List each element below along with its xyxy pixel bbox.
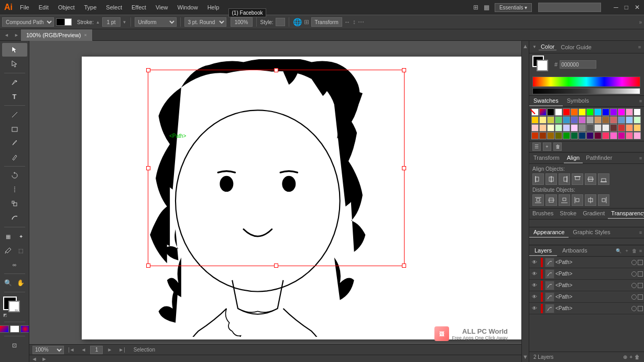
layer-row-1[interactable]: 👁 <Path> bbox=[529, 257, 644, 268]
layer-2-target[interactable] bbox=[631, 271, 637, 277]
menu-edit[interactable]: Edit bbox=[36, 3, 52, 12]
layers-new-btn[interactable]: + bbox=[629, 354, 632, 360]
swatch-salmon[interactable] bbox=[626, 124, 633, 131]
artboards-tab[interactable]: Artboards bbox=[557, 246, 593, 256]
dist-bottom-btn[interactable] bbox=[559, 194, 570, 206]
horizontal-scrollbar[interactable]: ◄ ► bbox=[29, 355, 529, 362]
swatch-cornflower[interactable] bbox=[618, 116, 625, 124]
swatch-mango[interactable] bbox=[634, 124, 641, 131]
layer-4-lock[interactable] bbox=[638, 294, 643, 300]
workspace-icon[interactable]: ⊞ bbox=[473, 4, 478, 11]
swatch-red[interactable] bbox=[563, 108, 570, 116]
artboard-tool[interactable]: ⊡ bbox=[2, 338, 27, 352]
line-tool[interactable] bbox=[2, 108, 27, 122]
swatch-olive[interactable] bbox=[547, 116, 554, 124]
swatch-flamingo[interactable] bbox=[626, 132, 633, 139]
layer-5-target[interactable] bbox=[631, 306, 637, 311]
page-number[interactable] bbox=[90, 346, 103, 354]
swatch-darkgray[interactable] bbox=[586, 124, 594, 131]
stroke-up[interactable]: ▲ bbox=[96, 20, 100, 25]
swatch-yellow[interactable] bbox=[578, 108, 586, 116]
align-top-btn[interactable] bbox=[572, 173, 583, 185]
swatch-periwinkle[interactable] bbox=[571, 116, 578, 124]
layer-1-lock[interactable] bbox=[638, 260, 643, 265]
next-frame[interactable]: ► bbox=[105, 347, 114, 353]
transparency-tab[interactable]: Transparency bbox=[608, 209, 644, 219]
align-tab[interactable]: Align bbox=[564, 153, 583, 163]
align-middle-v-btn[interactable] bbox=[585, 173, 596, 185]
swatch-hotpink[interactable] bbox=[602, 132, 609, 139]
hand-tool[interactable]: ✋ bbox=[15, 276, 27, 290]
canvas-area[interactable]: <Path> 🖼 ALL PC World Free Apps One Clic… bbox=[29, 41, 529, 362]
layers-panel-menu[interactable]: ≡ bbox=[639, 248, 642, 254]
layers-delete-btn[interactable]: 🗑 bbox=[635, 354, 640, 360]
swatch-steelblue[interactable] bbox=[563, 116, 570, 124]
swatch-thistle[interactable] bbox=[571, 124, 578, 131]
swatch-gradient[interactable] bbox=[539, 108, 547, 116]
maximize-button[interactable]: □ bbox=[625, 4, 628, 11]
swatches-panel-menu[interactable]: ≡ bbox=[639, 98, 642, 104]
globe-icon[interactable]: 🌐 bbox=[293, 18, 302, 26]
tab-expand-arrow[interactable]: ► bbox=[12, 32, 21, 38]
swatch-navyblue[interactable] bbox=[578, 132, 586, 139]
appearance-tab[interactable]: Appearance bbox=[529, 227, 569, 238]
swatch-skyblue[interactable] bbox=[626, 116, 633, 124]
search-input[interactable] bbox=[538, 3, 601, 12]
swatches-tab[interactable]: Swatches bbox=[529, 96, 563, 106]
hex-input[interactable] bbox=[560, 60, 596, 69]
rect-tool[interactable] bbox=[2, 122, 27, 136]
rotate-tool[interactable] bbox=[2, 169, 27, 182]
reflect-tool[interactable] bbox=[2, 183, 27, 196]
color-spectrum-bar[interactable] bbox=[532, 76, 640, 87]
menu-select[interactable]: Select bbox=[103, 3, 125, 12]
swatch-apricot[interactable] bbox=[539, 124, 547, 131]
pencil-tool[interactable] bbox=[2, 150, 27, 164]
swatch-burnorange[interactable] bbox=[531, 132, 539, 139]
prev-frame[interactable]: ◄ bbox=[79, 347, 89, 353]
more-options-icon[interactable]: ⋯ bbox=[358, 18, 364, 26]
flip-v-icon[interactable]: ↕ bbox=[353, 18, 356, 26]
graphic-styles-tab[interactable]: Graphic Styles bbox=[569, 227, 615, 238]
scroll-up[interactable]: ▲ bbox=[522, 41, 528, 51]
layer-2-eye[interactable]: 👁 bbox=[530, 271, 539, 277]
swatch-forestgreen[interactable] bbox=[563, 132, 570, 139]
menu-file[interactable]: File bbox=[17, 3, 32, 12]
tab-collapse-arrow[interactable]: ◄ bbox=[2, 32, 11, 38]
transform-button[interactable]: Transform bbox=[311, 17, 342, 27]
layer-3-lock[interactable] bbox=[638, 283, 643, 288]
swatch-indigo[interactable] bbox=[586, 132, 594, 139]
bar-chart-tool[interactable]: ▦ bbox=[2, 229, 15, 243]
swatch-black[interactable] bbox=[547, 108, 554, 116]
swatch-green[interactable] bbox=[586, 108, 594, 116]
stroke-tab[interactable]: Stroke bbox=[556, 209, 580, 219]
find-layer-icon[interactable]: 🔍 bbox=[615, 247, 623, 255]
layer-1-eye[interactable]: 👁 bbox=[530, 259, 539, 265]
dist-right-btn[interactable] bbox=[598, 194, 609, 206]
main-tab[interactable]: 100% (RGB/Preview) × bbox=[21, 29, 93, 41]
color-value-bar[interactable] bbox=[532, 88, 640, 94]
zoom-select[interactable]: 100% bbox=[32, 346, 64, 354]
stroke-value-input[interactable] bbox=[102, 17, 121, 27]
menu-object[interactable]: Object bbox=[55, 3, 78, 12]
swatch-none[interactable] bbox=[531, 108, 539, 116]
layer-3-eye[interactable]: 👁 bbox=[530, 282, 539, 288]
panel-expand-icon[interactable]: » bbox=[639, 19, 642, 25]
type-tool[interactable]: T bbox=[2, 90, 27, 103]
color-panel-menu[interactable]: ≡ bbox=[638, 45, 641, 50]
default-colors[interactable]: ◩ bbox=[3, 313, 7, 317]
swatch-magenta[interactable] bbox=[618, 108, 625, 116]
swatch-gray[interactable] bbox=[586, 116, 594, 124]
swatch-pink[interactable] bbox=[626, 108, 633, 116]
menu-window[interactable]: Window bbox=[174, 3, 201, 12]
dist-top-btn[interactable] bbox=[532, 194, 544, 206]
layer-2-lock[interactable] bbox=[638, 271, 643, 277]
gradient-tab[interactable]: Gradient bbox=[580, 209, 608, 219]
minimize-button[interactable]: ─ bbox=[614, 4, 618, 11]
pen-tool[interactable] bbox=[2, 75, 27, 89]
scatter-tool[interactable]: ✦ bbox=[15, 229, 27, 243]
swatch-peach[interactable] bbox=[531, 124, 539, 131]
swatch-darkbrown[interactable] bbox=[547, 132, 554, 139]
layer-1-target[interactable] bbox=[631, 260, 637, 265]
swatch-silver[interactable] bbox=[594, 124, 602, 131]
swatch-brown[interactable] bbox=[602, 116, 609, 124]
